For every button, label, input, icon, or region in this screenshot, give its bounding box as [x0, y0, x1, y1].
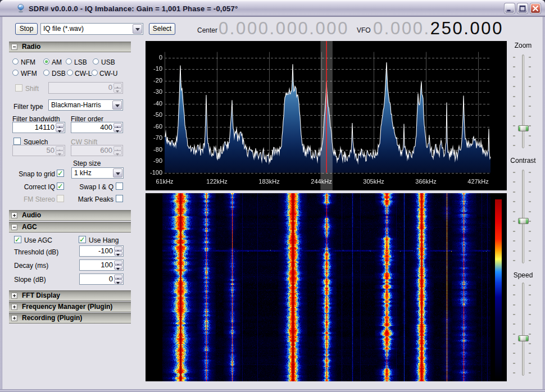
collapse-icon[interactable] [11, 224, 17, 230]
panel-header-frequency-manager[interactable]: Frequency Manager (Plugin) [9, 302, 131, 312]
correct-iq-checkbox[interactable] [57, 183, 64, 190]
minimize-button[interactable] [505, 3, 515, 13]
expand-icon[interactable] [11, 293, 17, 299]
input-source-value: IQ file (*.wav) [43, 25, 84, 33]
panel-header-audio[interactable]: Audio [9, 210, 131, 221]
slider-tick [513, 145, 515, 146]
maximize-button[interactable] [517, 3, 528, 13]
input-source-combobox[interactable]: IQ file (*.wav) [40, 23, 143, 35]
spin-down-icon[interactable] [114, 251, 122, 256]
spin-down-icon[interactable] [113, 127, 122, 132]
threshold-spinner[interactable] [114, 247, 122, 256]
slider-tick [513, 323, 515, 325]
radio-mode-dsb[interactable] [43, 70, 49, 76]
use-hang-checkbox[interactable] [79, 236, 86, 243]
spin-down-icon[interactable] [56, 151, 64, 155]
spin-down-icon[interactable] [113, 151, 122, 155]
center-frequency-display[interactable]: 0.000.000.000 [219, 19, 349, 39]
fm-stereo-checkbox[interactable] [57, 195, 64, 202]
contrast-slider-thumb[interactable] [518, 218, 529, 224]
radio-mode-wfm[interactable] [12, 70, 19, 76]
title-bar[interactable]: SDR# v0.0.0.0 - IQ Imbalance: Gain = 1,0… [0, 0, 545, 17]
filter-type-combobox[interactable]: Blackman-Harris [48, 99, 123, 111]
spin-down-icon[interactable] [114, 265, 122, 270]
panel-title: AGC [22, 223, 37, 231]
slider-tick [513, 250, 515, 252]
zoom-slider-track[interactable] [522, 54, 524, 148]
threshold-input[interactable]: -100 [79, 245, 124, 257]
center-frequency-label: Center [197, 26, 217, 34]
panel-header-fft-display[interactable]: FFT Display [9, 290, 131, 301]
vfo-frequency-display[interactable]: 0.000.250.000 [373, 19, 503, 39]
spin-up-icon[interactable] [113, 83, 122, 88]
slider-tick [529, 314, 531, 315]
panel-header-agc[interactable]: AGC [9, 222, 131, 233]
close-button[interactable] [530, 3, 541, 13]
close-icon [531, 4, 540, 13]
fft-spectrum-canvas[interactable] [146, 41, 507, 190]
radio-mode-cwu[interactable] [92, 70, 98, 76]
shift-checkbox[interactable] [15, 84, 22, 92]
spin-down-icon[interactable] [113, 88, 122, 93]
filter-bandwidth-spinner[interactable] [56, 123, 64, 132]
filter-order-spinner[interactable] [113, 123, 122, 132]
spin-up-icon[interactable] [114, 261, 122, 265]
spin-down-icon[interactable] [114, 279, 122, 284]
slider-tick [513, 76, 515, 78]
collapse-icon[interactable] [11, 44, 17, 50]
squelch-input[interactable]: 50 [12, 145, 65, 156]
panel-title: Recording (Plugin) [22, 314, 82, 322]
cw-shift-spinner[interactable] [113, 146, 122, 155]
fft-spectrum-display[interactable] [146, 41, 507, 190]
speed-slider-track[interactable] [522, 282, 524, 376]
slider-tick [513, 221, 515, 222]
expand-icon[interactable] [11, 315, 17, 321]
speed-slider-thumb[interactable] [518, 335, 529, 341]
panel-header-radio[interactable]: Radio [9, 42, 131, 52]
chevron-down-icon[interactable] [112, 101, 122, 110]
slope-input[interactable]: 0 [79, 274, 124, 285]
radio-mode-cwl[interactable] [67, 70, 73, 76]
slider-tick [529, 66, 531, 67]
panel-header-recording[interactable]: Recording (Plugin) [9, 313, 131, 323]
waterfall-display[interactable] [146, 193, 507, 381]
squelch-checkbox[interactable] [13, 138, 21, 145]
spin-up-icon[interactable] [114, 247, 122, 251]
squelch-spinner[interactable] [56, 146, 64, 155]
select-button[interactable]: Select [149, 23, 175, 35]
shift-spinner[interactable] [113, 83, 122, 93]
expand-icon[interactable] [11, 304, 17, 310]
shift-input[interactable]: 0 [48, 82, 123, 94]
snap-to-grid-checkbox[interactable] [57, 170, 64, 177]
spin-up-icon[interactable] [56, 146, 64, 151]
spin-up-icon[interactable] [114, 275, 122, 279]
spin-up-icon[interactable] [56, 123, 64, 127]
zoom-slider-thumb[interactable] [518, 125, 529, 131]
radio-mode-usb[interactable] [93, 58, 99, 65]
step-size-combobox[interactable]: 1 kHz [71, 167, 124, 179]
decay-spinner[interactable] [114, 261, 122, 270]
chevron-down-icon[interactable] [113, 168, 122, 177]
radio-mode-lsb[interactable] [66, 58, 72, 65]
cw-shift-input[interactable]: 600 [71, 145, 123, 156]
filter-bandwidth-value: 14110 [35, 123, 54, 131]
spin-up-icon[interactable] [113, 146, 122, 151]
chevron-down-icon[interactable] [133, 24, 142, 34]
filter-bandwidth-input[interactable]: 14110 [12, 122, 65, 133]
filter-order-input[interactable]: 400 [71, 122, 123, 133]
expand-icon[interactable] [11, 212, 17, 218]
decay-input[interactable]: 100 [79, 259, 124, 271]
radio-mode-nfm[interactable] [12, 58, 19, 65]
contrast-slider-track[interactable] [522, 170, 524, 263]
stop-button[interactable]: Stop [15, 23, 38, 35]
mark-peaks-checkbox[interactable] [116, 195, 123, 202]
spin-down-icon[interactable] [56, 127, 64, 132]
spin-up-icon[interactable] [113, 123, 122, 127]
radio-mode-am[interactable] [43, 58, 49, 65]
slope-spinner[interactable] [114, 275, 122, 284]
swap-iq-label: Swap I & Q [67, 183, 113, 191]
slider-tick [513, 57, 515, 58]
use-agc-checkbox[interactable] [14, 236, 21, 243]
swap-iq-checkbox[interactable] [116, 183, 123, 190]
waterfall-canvas[interactable] [146, 193, 507, 381]
